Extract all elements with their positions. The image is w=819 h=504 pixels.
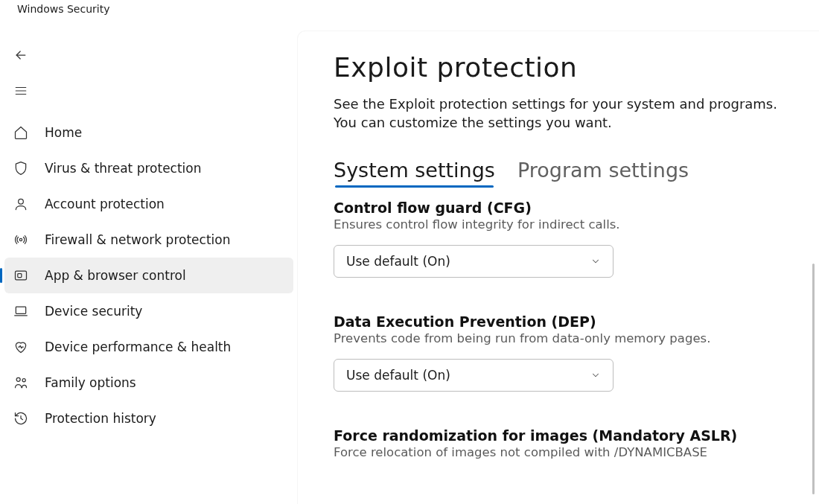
sidebar-item-virus-threat[interactable]: Virus & threat protection [0, 150, 298, 186]
setting-description: Force relocation of images not compiled … [334, 445, 783, 459]
back-button[interactable] [0, 37, 298, 73]
family-icon [13, 375, 40, 390]
sidebar-item-device-performance[interactable]: Device performance & health [0, 329, 298, 365]
back-icon [13, 48, 40, 63]
sidebar-item-home[interactable]: Home [0, 115, 298, 150]
sidebar-item-protection-history[interactable]: Protection history [0, 401, 298, 436]
cfg-dropdown[interactable]: Use default (On) [334, 245, 614, 278]
setting-title: Force randomization for images (Mandator… [334, 427, 783, 444]
home-icon [13, 125, 40, 140]
svg-point-8 [16, 377, 20, 381]
dropdown-value: Use default (On) [346, 368, 450, 383]
svg-point-4 [19, 238, 22, 240]
hamburger-button[interactable] [0, 73, 298, 109]
sidebar-item-label: App & browser control [40, 268, 186, 283]
shield-icon [13, 161, 40, 176]
tab-system-settings[interactable]: System settings [334, 159, 495, 188]
setting-description: Prevents code from being run from data-o… [334, 331, 783, 345]
chevron-down-icon [590, 256, 601, 267]
sidebar-item-app-browser[interactable]: App & browser control [4, 258, 293, 293]
sidebar: Home Virus & threat protection Account p… [0, 22, 298, 504]
account-icon [13, 197, 40, 211]
sidebar-item-firewall[interactable]: Firewall & network protection [0, 222, 298, 258]
svg-rect-7 [16, 307, 25, 313]
setting-dep: Data Execution Prevention (DEP) Prevents… [334, 313, 783, 392]
health-icon [13, 339, 40, 354]
sidebar-item-account-protection[interactable]: Account protection [0, 186, 298, 222]
hamburger-icon [13, 84, 40, 98]
scrollbar-thumb[interactable] [812, 264, 815, 494]
sidebar-item-label: Account protection [40, 197, 165, 211]
setting-title: Control flow guard (CFG) [334, 200, 783, 216]
svg-rect-6 [18, 274, 22, 278]
history-icon [13, 411, 40, 426]
sidebar-item-family[interactable]: Family options [0, 365, 298, 401]
sidebar-item-label: Family options [40, 375, 136, 390]
network-icon [13, 232, 40, 247]
tab-program-settings[interactable]: Program settings [517, 159, 689, 188]
sidebar-item-label: Virus & threat protection [40, 161, 202, 176]
sidebar-item-label: Firewall & network protection [40, 232, 230, 247]
app-browser-icon [13, 268, 40, 283]
dropdown-value: Use default (On) [346, 254, 450, 269]
laptop-icon [13, 304, 40, 319]
svg-point-3 [19, 199, 24, 204]
sidebar-item-label: Protection history [40, 411, 156, 426]
setting-title: Data Execution Prevention (DEP) [334, 313, 783, 330]
sidebar-item-label: Device performance & health [40, 339, 231, 354]
setting-aslr: Force randomization for images (Mandator… [334, 427, 783, 459]
window-title: Windows Security [0, 0, 819, 22]
chevron-down-icon [590, 370, 601, 380]
sidebar-item-device-security[interactable]: Device security [0, 293, 298, 329]
main-content: Exploit protection See the Exploit prote… [298, 31, 819, 504]
setting-description: Ensures control flow integrity for indir… [334, 217, 783, 232]
page-description: See the Exploit protection settings for … [334, 95, 783, 132]
svg-point-9 [22, 379, 25, 382]
sidebar-item-label: Device security [40, 304, 142, 319]
page-title: Exploit protection [334, 52, 783, 83]
dep-dropdown[interactable]: Use default (On) [334, 359, 614, 392]
setting-cfg: Control flow guard (CFG) Ensures control… [334, 200, 783, 278]
sidebar-item-label: Home [40, 125, 82, 140]
